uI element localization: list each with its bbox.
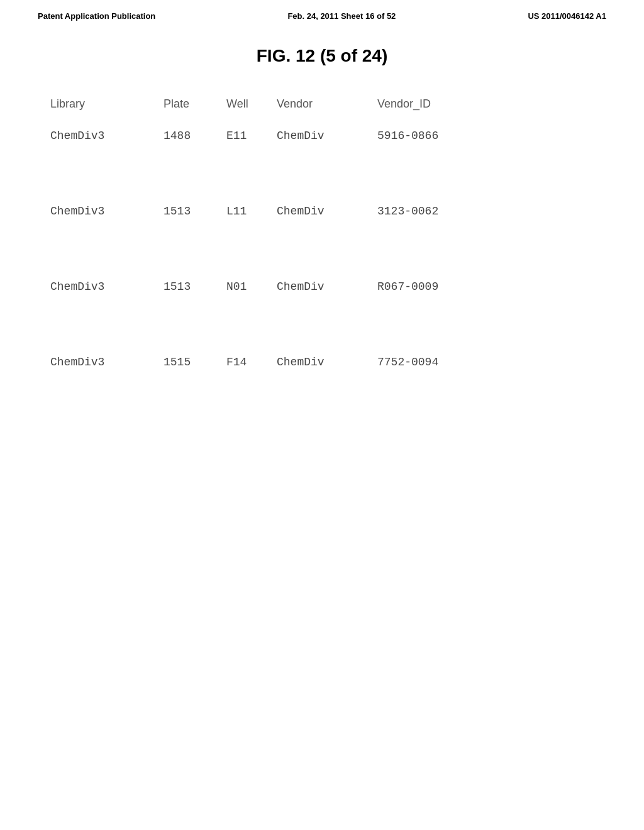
table-row: ChemDiv3 1513 N01 ChemDiv R067-0009 bbox=[50, 280, 594, 293]
cell-plate-3: 1515 bbox=[164, 356, 226, 368]
cell-plate-0: 1488 bbox=[164, 130, 226, 142]
cell-library-0: ChemDiv3 bbox=[50, 130, 164, 142]
col-header-vendor: Vendor bbox=[277, 97, 377, 111]
cell-plate-2: 1513 bbox=[164, 280, 226, 293]
col-header-library: Library bbox=[50, 97, 164, 111]
col-header-vendor-id: Vendor_ID bbox=[377, 97, 491, 111]
header-left: Patent Application Publication bbox=[38, 11, 155, 21]
table-row: ChemDiv3 1515 F14 ChemDiv 7752-0094 bbox=[50, 356, 594, 368]
header-bar: Patent Application Publication Feb. 24, … bbox=[0, 0, 644, 27]
cell-vendor-3: ChemDiv bbox=[277, 356, 377, 368]
cell-well-0: E11 bbox=[226, 130, 277, 142]
cell-well-3: F14 bbox=[226, 356, 277, 368]
table-row: ChemDiv3 1488 E11 ChemDiv 5916-0866 bbox=[50, 130, 594, 142]
cell-vendor-id-0: 5916-0866 bbox=[377, 130, 491, 142]
cell-vendor-id-3: 7752-0094 bbox=[377, 356, 491, 368]
cell-vendor-0: ChemDiv bbox=[277, 130, 377, 142]
cell-vendor-1: ChemDiv bbox=[277, 205, 377, 218]
cell-vendor-2: ChemDiv bbox=[277, 280, 377, 293]
cell-plate-1: 1513 bbox=[164, 205, 226, 218]
table-header-row: Library Plate Well Vendor Vendor_ID bbox=[50, 97, 594, 117]
cell-well-2: N01 bbox=[226, 280, 277, 293]
cell-library-3: ChemDiv3 bbox=[50, 356, 164, 368]
col-header-plate: Plate bbox=[164, 97, 226, 111]
cell-library-2: ChemDiv3 bbox=[50, 280, 164, 293]
table-row: ChemDiv3 1513 L11 ChemDiv 3123-0062 bbox=[50, 205, 594, 218]
col-header-well: Well bbox=[226, 97, 277, 111]
header-center: Feb. 24, 2011 Sheet 16 of 52 bbox=[287, 11, 396, 21]
figure-title: FIG. 12 (5 of 24) bbox=[0, 46, 644, 66]
cell-library-1: ChemDiv3 bbox=[50, 205, 164, 218]
cell-vendor-id-1: 3123-0062 bbox=[377, 205, 491, 218]
header-right: US 2011/0046142 A1 bbox=[528, 11, 606, 21]
cell-vendor-id-2: R067-0009 bbox=[377, 280, 491, 293]
cell-well-1: L11 bbox=[226, 205, 277, 218]
data-table: Library Plate Well Vendor Vendor_ID Chem… bbox=[0, 97, 644, 368]
